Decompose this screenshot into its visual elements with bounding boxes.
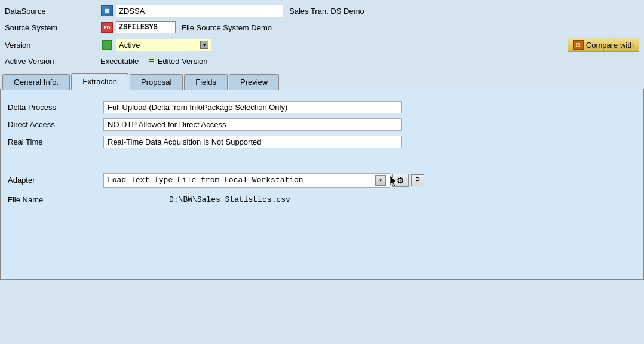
source-system-description: File Source System Demo (182, 23, 272, 32)
adapter-value: Load Text-Type File from Local Workstati… (108, 176, 303, 185)
file-name-row: File Name D:\BW\Sales Statistics.csv (8, 193, 636, 207)
datasource-description: Sales Tran. DS Demo (289, 7, 364, 16)
version-select[interactable]: Active ▾ (116, 39, 211, 51)
gear-icon: ⚙ (397, 176, 404, 185)
tab-extraction[interactable]: Extraction (71, 73, 128, 90)
datasource-input[interactable]: ZDSSA (116, 5, 283, 17)
extraction-content: Delta Process Full Upload (Delta from In… (0, 89, 644, 280)
tabs-bar: General Info. Extraction Proposal Fields… (0, 73, 644, 89)
tab-fields[interactable]: Fields (184, 74, 228, 90)
edited-version-text: Edited Version (158, 57, 208, 66)
direct-access-row: Direct Access NO DTP Allowed for Direct … (8, 116, 636, 133)
adapter-gear-button[interactable]: ⚙ (392, 174, 409, 187)
tab-proposal[interactable]: Proposal (130, 74, 183, 90)
file-name-label: File Name (8, 195, 103, 204)
direct-access-label: Direct Access (8, 120, 103, 129)
tab-preview[interactable]: Preview (229, 74, 279, 90)
file-name-value: D:\BW\Sales Statistics.csv (169, 195, 290, 204)
compare-with-button[interactable]: ⊞ Compare with (568, 38, 639, 52)
datasource-label: DataSource (5, 7, 100, 16)
version-value: Active (119, 41, 140, 50)
source-system-label: Source System (5, 23, 100, 32)
adapter-input[interactable]: Load Text-Type File from Local Workstati… (103, 173, 390, 188)
version-icon (100, 39, 114, 51)
source-system-icon: PD (100, 22, 114, 33)
equals-icon: = (148, 56, 154, 66)
adapter-label: Adapter (8, 176, 103, 185)
active-version-label: Active Version (5, 57, 100, 66)
version-label: Version (5, 41, 100, 50)
executable-text: Executable (100, 57, 139, 66)
real-time-value: Real-Time Data Acquisition Is Not Suppor… (103, 136, 402, 148)
direct-access-value: NO DTP Allowed for Direct Access (103, 118, 402, 131)
delta-process-label: Delta Process (8, 103, 103, 112)
properties-icon: P (415, 176, 420, 185)
source-system-input[interactable]: ZSFILESYS (116, 22, 176, 33)
version-dropdown-icon[interactable]: ▾ (200, 41, 208, 49)
adapter-row: Adapter Load Text-Type File from Local W… (8, 167, 636, 193)
adapter-dropdown-btn[interactable]: ▾ (375, 175, 386, 186)
delta-process-row: Delta Process Full Upload (Delta from In… (8, 99, 636, 116)
real-time-row: Real Time Real-Time Data Acquisition Is … (8, 133, 636, 150)
tab-general-info[interactable]: General Info. (2, 74, 70, 90)
datasource-icon: ▦ (100, 5, 114, 17)
adapter-properties-button[interactable]: P (411, 174, 424, 186)
delta-process-value: Full Upload (Delta from InfoPackage Sele… (103, 101, 402, 113)
compare-icon: ⊞ (573, 40, 584, 50)
compare-btn-label: Compare with (586, 41, 634, 50)
real-time-label: Real Time (8, 137, 103, 146)
